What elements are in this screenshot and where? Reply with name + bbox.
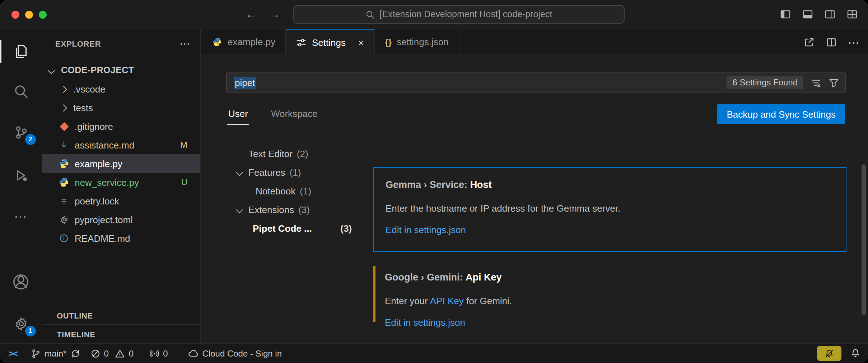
tab-label: example.py <box>228 37 275 47</box>
tree-file-new-service-py[interactable]: new_service.py U <box>42 173 200 192</box>
do-not-disturb-chip[interactable] <box>817 346 841 361</box>
cloud-code-label: Cloud Code - Sign in <box>202 348 282 358</box>
tab-settings[interactable]: Settings × <box>286 29 375 55</box>
back-icon[interactable]: ← <box>246 8 257 21</box>
toc-count: (1) <box>290 167 301 178</box>
scope-tab-user[interactable]: User <box>227 104 249 125</box>
tree-file-assistance-md[interactable]: assistance.md M <box>42 136 200 154</box>
activitybar-search[interactable] <box>0 77 42 105</box>
explorer-header: EXPLORER ⋯ <box>42 29 200 58</box>
toc-label: Pipet Code ... <box>253 223 312 234</box>
open-settings-json-icon[interactable] <box>803 37 815 48</box>
problems-item[interactable]: 0 0 <box>85 344 139 363</box>
chevron-down-icon <box>236 206 243 213</box>
lock-file-icon: ≡ <box>58 195 70 207</box>
toc-features[interactable]: Features (1) <box>230 163 359 182</box>
errors-icon <box>90 348 100 358</box>
explorer-tree: CODE-PROJECT .vscode tests .gitignore as… <box>42 61 200 248</box>
file-label: example.py <box>75 158 122 169</box>
edit-in-settings-json-link[interactable]: Edit in settings.json <box>385 316 835 329</box>
toc-text-editor[interactable]: Text Editor (2) <box>230 144 359 163</box>
settings-list: Gemma › Service: Host Enter the hostname… <box>373 138 846 343</box>
toc-label: Extensions <box>248 204 294 215</box>
ports-item[interactable]: 0 <box>144 344 173 363</box>
toc-pipet-code[interactable]: Pipet Code ... (3) <box>230 219 359 237</box>
command-center[interactable]: [Extension Development Host] code-projec… <box>293 5 625 24</box>
minimize-window-button[interactable] <box>25 11 33 19</box>
status-bar: >< main* 0 0 <box>0 343 868 363</box>
info-icon <box>58 232 70 244</box>
activitybar-settings[interactable]: 1 <box>0 309 42 338</box>
python-icon <box>58 158 70 169</box>
toc-notebook[interactable]: Notebook (1) <box>230 182 359 200</box>
chevron-right-icon <box>60 104 67 111</box>
account-icon <box>13 274 29 290</box>
root-folder-label: CODE-PROJECT <box>61 65 134 75</box>
activitybar-explorer[interactable] <box>0 37 42 66</box>
outline-section[interactable]: OUTLINE <box>42 306 200 324</box>
backup-sync-settings-button[interactable]: Backup and Sync Settings <box>717 104 845 124</box>
settings-search-input[interactable]: pipet 6 Settings Found <box>226 72 846 93</box>
toc-extensions[interactable]: Extensions (3) <box>230 200 359 219</box>
tab-settings-json[interactable]: {} settings.json <box>375 29 459 55</box>
tree-file-example-py[interactable]: example.py <box>42 154 200 173</box>
close-icon[interactable]: × <box>358 37 364 49</box>
activity-bar: 2 ⋯ 1 <box>0 29 42 343</box>
titlebar: ← → [Extension Development Host] code-pr… <box>0 0 868 29</box>
tab-bar: example.py Settings × {} settings.json <box>201 29 868 55</box>
tree-folder-vscode[interactable]: .vscode <box>42 80 200 98</box>
activitybar-more[interactable]: ⋯ <box>0 202 42 231</box>
tree-root-code-project[interactable]: CODE-PROJECT <box>42 61 200 80</box>
traffic-lights <box>11 11 47 19</box>
tree-folder-tests[interactable]: tests <box>42 98 200 117</box>
explorer-more-icon[interactable]: ⋯ <box>179 37 190 50</box>
tree-file-poetry-lock[interactable]: ≡ poetry.lock <box>42 192 200 210</box>
activitybar-accounts[interactable] <box>0 268 42 296</box>
file-label: assistance.md <box>75 140 134 150</box>
git-status-badge: M <box>180 140 187 150</box>
toc-count: (3) <box>340 223 359 234</box>
setting-category: Gemma › Service: <box>386 179 470 190</box>
editor-area: example.py Settings × {} settings.json <box>201 29 868 343</box>
filter-icon[interactable] <box>829 77 839 88</box>
close-window-button[interactable] <box>11 11 19 19</box>
scope-tab-workspace[interactable]: Workspace <box>270 104 319 124</box>
file-label: .gitignore <box>75 121 113 132</box>
customize-layout-icon[interactable] <box>846 9 858 20</box>
window-title: [Extension Development Host] code-projec… <box>380 9 552 19</box>
remote-indicator[interactable]: >< <box>0 344 26 363</box>
timeline-section[interactable]: TIMELINE <box>42 324 200 343</box>
tree-file-pyproject-toml[interactable]: pyproject.toml <box>42 210 200 229</box>
scrollbar-thumb[interactable] <box>862 164 866 315</box>
toggle-secondary-sidebar-icon[interactable] <box>824 9 836 20</box>
file-label: poetry.lock <box>75 195 119 206</box>
git-branch-item[interactable]: main* <box>26 344 85 363</box>
forward-icon[interactable]: → <box>269 8 280 21</box>
tree-file-gitignore[interactable]: .gitignore <box>42 117 200 136</box>
activitybar-source-control[interactable]: 2 <box>0 118 42 146</box>
history-navigation: ← → <box>246 0 280 29</box>
zoom-window-button[interactable] <box>39 11 47 19</box>
setting-gemma-service-host[interactable]: Gemma › Service: Host Enter the hostname… <box>373 167 846 252</box>
api-key-link[interactable]: API Key <box>430 296 464 306</box>
activitybar-run-debug[interactable] <box>0 161 42 189</box>
toggle-primary-sidebar-icon[interactable] <box>780 9 791 20</box>
explorer-title: EXPLORER <box>55 39 101 48</box>
tab-label: Settings <box>312 37 346 48</box>
edit-in-settings-json-link[interactable]: Edit in settings.json <box>386 223 834 237</box>
tab-example-py[interactable]: example.py <box>201 29 286 55</box>
toggle-panel-icon[interactable] <box>802 9 813 20</box>
setting-google-gemini-api-key[interactable]: Google › Gemini: Api Key Enter your API … <box>373 260 846 328</box>
more-actions-icon[interactable]: ⋯ <box>848 36 859 49</box>
editor-actions: ⋯ <box>803 29 859 55</box>
split-editor-icon[interactable] <box>826 37 837 48</box>
folder-label: tests <box>73 102 93 113</box>
description-text: Enter your <box>385 296 430 306</box>
outline-label: OUTLINE <box>57 311 93 320</box>
clear-search-filters-icon[interactable] <box>811 77 821 88</box>
json-icon: {} <box>385 37 392 47</box>
cloud-code-item[interactable]: Cloud Code - Sign in <box>183 344 287 363</box>
tree-file-readme-md[interactable]: README.md <box>42 229 200 248</box>
notifications-bell-icon[interactable] <box>850 348 861 359</box>
sync-icon <box>70 348 80 358</box>
